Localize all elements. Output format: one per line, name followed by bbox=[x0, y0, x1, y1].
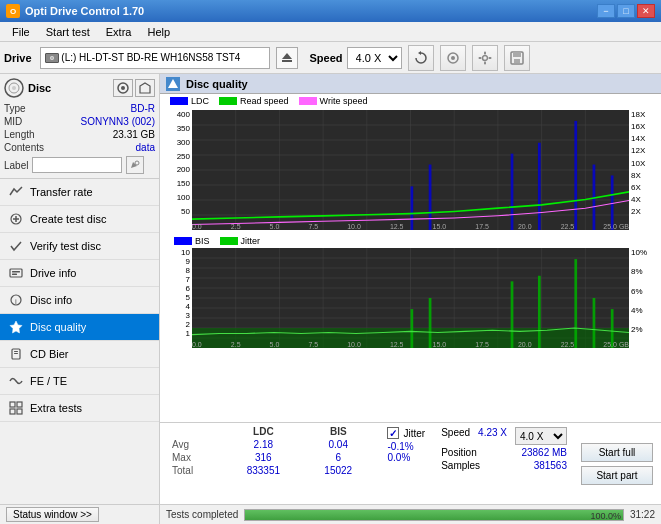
action-buttons: Start full Start part bbox=[577, 425, 657, 502]
read-speed-legend-color bbox=[219, 97, 237, 105]
chart2-y-left: 10 9 8 7 6 5 4 3 2 1 bbox=[164, 248, 192, 334]
speed-stat-select[interactable]: 4.0 X bbox=[515, 427, 567, 445]
nav-extra-tests[interactable]: Extra tests bbox=[0, 395, 159, 422]
samples-value: 381563 bbox=[534, 460, 567, 471]
stats-table: LDC BIS Avg 2.18 0.04 Max 316 6 Total bbox=[164, 425, 373, 502]
drive-info-icon bbox=[8, 265, 24, 281]
chart1-y-right: 18X 16X 14X 12X 10X 8X 6X 4X 2X bbox=[629, 110, 657, 216]
nav-verify-test-disc[interactable]: Verify test disc bbox=[0, 233, 159, 260]
type-value: BD-R bbox=[131, 103, 155, 114]
nav-disc-quality[interactable]: Disc quality bbox=[0, 314, 159, 341]
ldc-legend-label: LDC bbox=[191, 96, 209, 106]
start-part-button[interactable]: Start part bbox=[581, 466, 653, 485]
total-bis: 15022 bbox=[303, 464, 373, 477]
disc-icon-btn2[interactable] bbox=[135, 79, 155, 97]
chart2-legend: BIS Jitter bbox=[164, 234, 657, 248]
svg-rect-26 bbox=[12, 271, 20, 273]
chart-title-icon bbox=[166, 77, 180, 91]
svg-point-2 bbox=[51, 57, 53, 59]
svg-rect-14 bbox=[513, 52, 521, 57]
ldc-col-header: LDC bbox=[224, 425, 303, 438]
speed-select[interactable]: 4.0 X 2.0 X 1.0 X bbox=[347, 47, 402, 69]
svg-rect-37 bbox=[17, 409, 22, 414]
create-test-disc-icon bbox=[8, 211, 24, 227]
chart-header: Disc quality bbox=[160, 74, 661, 94]
chart2-svg bbox=[192, 248, 629, 348]
eject-button[interactable] bbox=[276, 47, 298, 69]
label-button[interactable] bbox=[126, 156, 144, 174]
svg-rect-11 bbox=[478, 57, 481, 59]
app-title: Opti Drive Control 1.70 bbox=[25, 5, 144, 17]
save-button[interactable] bbox=[504, 45, 530, 71]
speed-stat-value: 4.23 X bbox=[478, 427, 507, 445]
time-display: 31:22 bbox=[630, 509, 655, 520]
nav-cd-bier[interactable]: CD Bier bbox=[0, 341, 159, 368]
settings-button[interactable] bbox=[472, 45, 498, 71]
sidebar: Disc Type BD-R MID SONYNN3 (002) bbox=[0, 74, 160, 524]
drive-selector[interactable]: (L:) HL-DT-ST BD-RE WH16NS58 TST4 bbox=[40, 47, 270, 69]
svg-point-20 bbox=[121, 86, 125, 90]
disc-panel-icon bbox=[4, 78, 24, 98]
max-ldc: 316 bbox=[224, 451, 303, 464]
drive-label: Drive bbox=[4, 52, 32, 64]
avg-row-label: Avg bbox=[164, 438, 224, 451]
content-area: Disc quality LDC Read speed Write speed bbox=[160, 74, 661, 524]
svg-rect-61 bbox=[574, 121, 577, 230]
nav-disc-info[interactable]: i Disc info bbox=[0, 287, 159, 314]
svg-rect-87 bbox=[538, 276, 541, 348]
svg-rect-10 bbox=[484, 61, 486, 64]
svg-point-18 bbox=[12, 86, 16, 90]
svg-marker-30 bbox=[10, 321, 22, 333]
svg-point-7 bbox=[451, 56, 455, 60]
contents-label: Contents bbox=[4, 142, 44, 153]
start-full-button[interactable]: Start full bbox=[581, 443, 653, 462]
nav-cd-bier-label: CD Bier bbox=[30, 348, 69, 360]
app-icon: O bbox=[6, 4, 20, 18]
maximize-button[interactable]: □ bbox=[617, 4, 635, 18]
media-button[interactable] bbox=[440, 45, 466, 71]
nav-create-test-disc[interactable]: Create test disc bbox=[0, 206, 159, 233]
nav-disc-info-label: Disc info bbox=[30, 294, 72, 306]
stats-area: LDC BIS Avg 2.18 0.04 Max 316 6 Total bbox=[160, 422, 661, 504]
nav-disc-quality-label: Disc quality bbox=[30, 321, 86, 333]
svg-marker-5 bbox=[418, 51, 421, 55]
drive-icon bbox=[45, 53, 59, 63]
svg-rect-60 bbox=[538, 143, 541, 230]
menu-file[interactable]: File bbox=[4, 24, 38, 40]
nav-fe-te-label: FE / TE bbox=[30, 375, 67, 387]
status-window-button[interactable]: Status window >> bbox=[6, 507, 99, 522]
label-input[interactable] bbox=[32, 157, 122, 173]
nav-transfer-rate[interactable]: Transfer rate bbox=[0, 179, 159, 206]
chart2-x-axis: 0.0 2.5 5.0 7.5 10.0 12.5 15.0 17.5 20.0… bbox=[192, 341, 629, 348]
svg-rect-33 bbox=[14, 353, 18, 354]
status-text: Tests completed bbox=[166, 509, 238, 520]
jitter-checkbox[interactable]: ✓ bbox=[387, 427, 399, 439]
transfer-rate-icon bbox=[8, 184, 24, 200]
nav-verify-test-disc-label: Verify test disc bbox=[30, 240, 101, 252]
bis-legend-color bbox=[174, 237, 192, 245]
svg-rect-34 bbox=[10, 402, 15, 407]
svg-text:i: i bbox=[15, 297, 17, 306]
svg-rect-27 bbox=[12, 274, 17, 276]
menu-start-test[interactable]: Start test bbox=[38, 24, 98, 40]
chart1-area: 400 350 300 250 200 150 100 50 18X 16X 1… bbox=[164, 110, 657, 230]
progress-fill bbox=[245, 510, 623, 520]
extra-tests-icon bbox=[8, 400, 24, 416]
nav-fe-te[interactable]: FE / TE bbox=[0, 368, 159, 395]
write-speed-legend-label: Write speed bbox=[320, 96, 368, 106]
menu-help[interactable]: Help bbox=[139, 24, 178, 40]
minimize-button[interactable]: − bbox=[597, 4, 615, 18]
title-bar: O Opti Drive Control 1.70 − □ ✕ bbox=[0, 0, 661, 22]
disc-icon-btn1[interactable] bbox=[113, 79, 133, 97]
menu-extra[interactable]: Extra bbox=[98, 24, 140, 40]
close-button[interactable]: ✕ bbox=[637, 4, 655, 18]
type-label: Type bbox=[4, 103, 26, 114]
jitter-label: Jitter bbox=[403, 428, 425, 439]
svg-rect-88 bbox=[574, 259, 577, 348]
status-window-section: Status window >> bbox=[0, 504, 159, 524]
svg-rect-59 bbox=[511, 154, 514, 230]
avg-bis: 0.04 bbox=[303, 438, 373, 451]
refresh-button[interactable] bbox=[408, 45, 434, 71]
nav-drive-info[interactable]: Drive info bbox=[0, 260, 159, 287]
chart1-legend: LDC Read speed Write speed bbox=[160, 94, 661, 108]
